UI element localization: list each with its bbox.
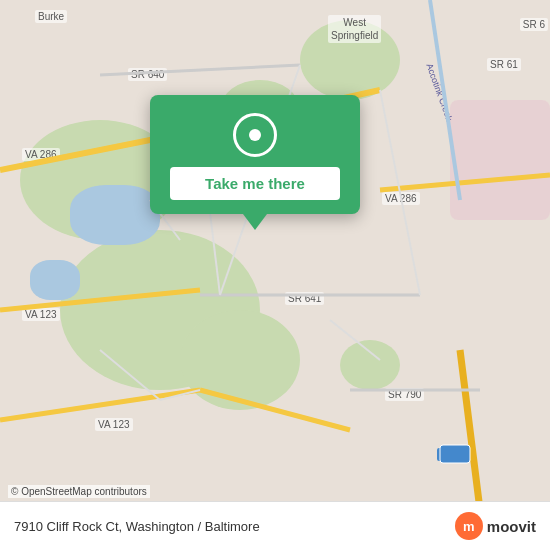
moovit-logo: m moovit (455, 512, 536, 540)
take-me-there-button[interactable]: Take me there (170, 167, 340, 200)
moovit-icon: m (455, 512, 483, 540)
popup-card: Take me there (150, 95, 360, 214)
bottom-bar: 7910 Cliff Rock Ct, Washington / Baltimo… (0, 501, 550, 550)
svg-line-6 (460, 350, 480, 510)
svg-line-4 (0, 390, 200, 420)
svg-line-3 (0, 290, 200, 310)
location-pin-icon (233, 113, 277, 157)
svg-line-17 (100, 350, 160, 400)
svg-line-13 (430, 0, 460, 200)
svg-line-11 (380, 90, 420, 295)
moovit-text: moovit (487, 518, 536, 535)
svg-line-2 (380, 175, 550, 190)
address-label: 7910 Cliff Rock Ct, Washington / Baltimo… (14, 519, 260, 534)
pin-center (249, 129, 261, 141)
roads-layer (0, 0, 550, 550)
svg-rect-19 (440, 445, 470, 463)
svg-line-5 (200, 390, 350, 430)
map-container: Burke WestSpringfield SR 640 VA 286 VA 2… (0, 0, 550, 550)
osm-attribution: © OpenStreetMap contributors (8, 485, 150, 498)
svg-line-16 (330, 320, 380, 360)
svg-line-8 (100, 65, 300, 75)
